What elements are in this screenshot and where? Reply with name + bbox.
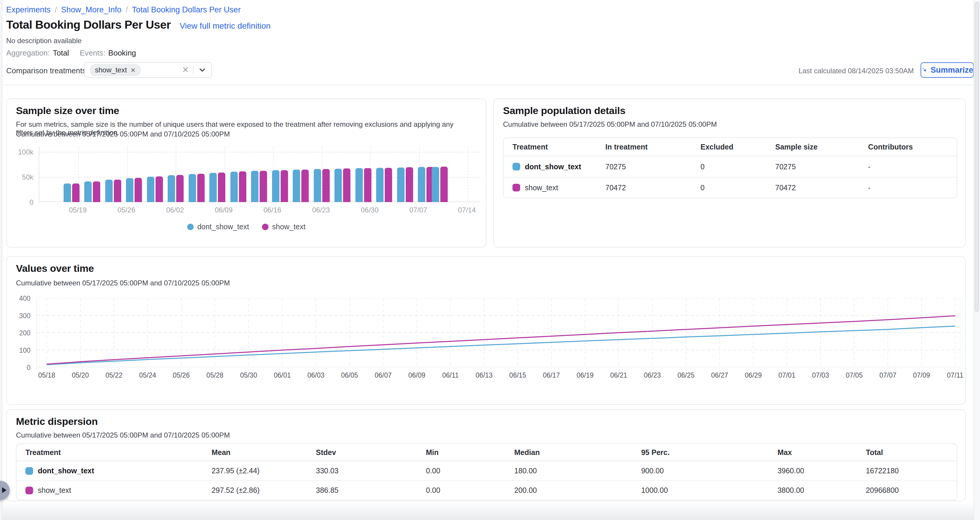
clear-all-icon[interactable]: ✕ [182,66,189,74]
x-tick-label: 06/17 [537,371,566,379]
scrollbar-thumb[interactable] [975,2,979,312]
chevron-down-icon[interactable] [198,66,207,75]
y-tick-label: 0 [27,364,30,372]
x-tick-label: 05/26 [112,206,142,214]
breadcrumb-separator: / [55,5,57,14]
view-metric-definition-link[interactable]: View full metric definition [180,21,270,31]
x-tick-label: 06/13 [469,371,499,379]
x-tick-label: 05/28 [200,371,230,379]
bar-dont_show_text [397,168,404,202]
column-header: Treatment [17,448,202,457]
x-tick-label: 06/23 [638,371,667,379]
excluded-value: 0 [692,184,767,192]
summarize-button[interactable]: Summarize [921,62,974,78]
sample-size-card: Sample size over time For sum metrics, s… [6,98,487,247]
x-tick-label: 06/11 [436,371,465,379]
column-header: Excluded [692,143,767,151]
population-cumulative: Cumulative between 05/17/2025 05:00PM an… [503,120,717,128]
treatment-color-swatch [512,184,520,192]
column-header: Stdev [307,448,417,457]
breadcrumb-link-experiments[interactable]: Experiments [6,5,51,14]
bar-dont_show_text [64,184,71,202]
breadcrumb-separator: / [126,5,128,14]
treatment-name: dont_show_text [525,163,581,171]
metric-description: No description available [6,36,82,45]
summarize-label: Summarize [931,66,973,75]
bar-show_text [259,171,267,202]
y-tick-label: 200 [19,329,30,337]
y-tick-label: 100k [18,148,33,156]
scrollbar-track [974,0,980,520]
breadcrumb-current[interactable]: Total Booking Dollars Per User [132,5,241,14]
sample-size-value: 70275 [767,163,859,171]
last-calculated-text: Last calculated 08/14/2025 03:50AM [799,67,914,75]
bar-dont_show_text [272,170,280,202]
bar-chart-legend: dont_show_textshow_text [7,222,486,231]
values-chart-plot[interactable] [37,298,961,367]
x-tick-label: 06/15 [503,371,533,379]
bottom-scroll-fade [0,501,980,520]
x-tick-label: 06/27 [705,371,735,379]
bar-dont_show_text [126,178,134,202]
bar-show_text [93,181,100,202]
sample-size-cumulative: Cumulative between 05/17/2025 05:00PM an… [16,130,230,138]
p95-value: 900.00 [632,466,768,475]
column-header: Contributors [859,143,957,151]
legend-dot [262,224,269,230]
events-value: Booking [108,48,136,58]
column-header: Total [857,448,957,457]
legend-item-dont_show_text[interactable]: dont_show_text [187,222,249,231]
mean-value: 237.95 (±2.44) [202,466,307,475]
sample-size-chart-plot[interactable] [39,147,480,202]
bar-show_text [343,168,350,202]
column-header: Median [505,448,632,457]
bar-show_text [281,170,288,202]
chip-remove-icon[interactable]: ✕ [130,67,136,73]
population-card: Sample population details Cumulative bet… [493,98,966,247]
population-table: Treatment In treatment Excluded Sample s… [503,137,957,198]
bar-chart-y-axis: 050k100k [15,147,35,202]
bar-dont_show_text [209,173,217,202]
population-title: Sample population details [503,105,625,116]
select-divider [193,66,194,75]
treatment-color-swatch [512,163,520,170]
sample-size-title: Sample size over time [16,105,119,116]
x-tick-label: 06/09 [402,371,432,379]
treatment-chip[interactable]: show_text ✕ [90,64,141,76]
bar-chart-x-axis: 05/1905/2606/0206/0906/1606/2306/3007/07… [39,206,480,216]
legend-item-show_text[interactable]: show_text [262,222,305,231]
x-tick-label: 06/07 [369,371,398,379]
x-tick-label: 07/11 [940,371,970,379]
x-tick-label: 06/29 [738,371,768,379]
treatment-name: show_text [525,184,558,192]
dispersion-card: Metric dispersion Cumulative between 05/… [6,409,966,501]
x-tick-label: 06/16 [258,206,287,214]
treatment-name: dont_show_text [38,466,94,475]
x-tick-label: 06/09 [209,206,239,214]
column-header: Mean [202,448,307,457]
left-edge-strip [0,0,2,520]
total-value: 20966800 [857,486,957,495]
events-label: Events: [80,48,105,58]
comparison-treatments-select[interactable]: show_text ✕ ✕ [84,62,212,78]
x-tick-label: 06/25 [671,371,701,379]
dispersion-cumulative: Cumulative between 05/17/2025 05:00PM an… [16,431,230,439]
x-tick-label: 05/22 [99,371,129,379]
bar-dont_show_text [231,172,238,202]
stdev-value: 386.85 [307,486,417,495]
table-row: dont_show_text 70275 0 70275 - [504,156,957,177]
bar-show_text [440,166,448,202]
median-value: 200.00 [505,486,632,495]
breadcrumb: Experiments / Show_More_Info / Total Boo… [6,5,241,14]
breadcrumb-link-experiment[interactable]: Show_More_Info [61,5,121,14]
bar-dont_show_text [84,181,92,202]
y-tick-label: 400 [19,295,30,303]
x-tick-label: 06/01 [267,371,297,379]
x-tick-label: 06/30 [355,206,385,214]
x-tick-label: 06/02 [160,206,190,214]
treatment-chip-label: show_text [95,66,127,74]
arrow-right-icon [2,487,6,493]
x-tick-label: 06/23 [306,206,336,214]
table-row: dont_show_text 237.95 (±2.44) 330.03 0.0… [17,461,957,480]
x-tick-label: 07/07 [873,371,902,379]
